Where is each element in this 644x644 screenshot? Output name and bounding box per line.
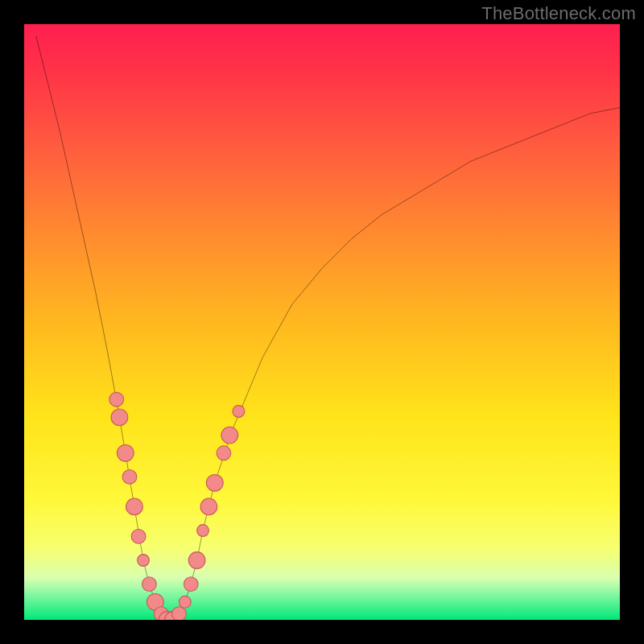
watermark-text: TheBottleneck.com: [481, 3, 636, 24]
plot-gradient-background: [24, 24, 620, 620]
chart-frame: TheBottleneck.com: [0, 0, 644, 644]
